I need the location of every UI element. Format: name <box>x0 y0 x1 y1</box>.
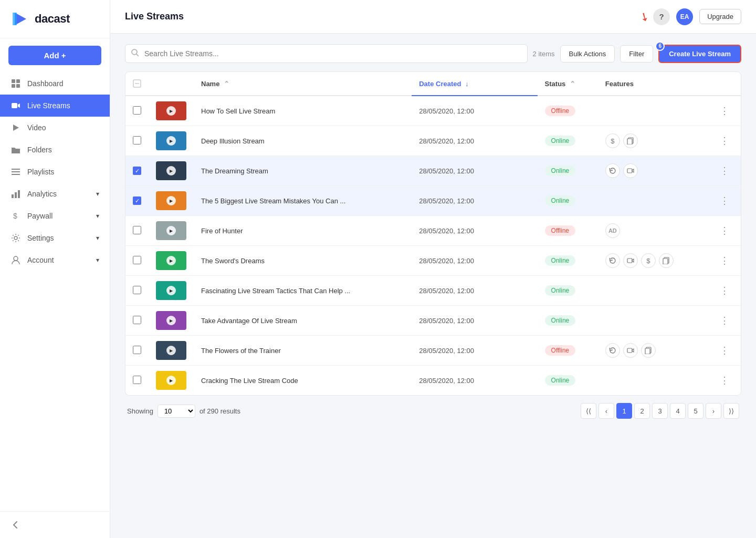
thumbnail-cell: ▶ <box>149 216 194 246</box>
more-options-button[interactable]: ⋮ <box>716 103 733 119</box>
stream-thumbnail: ▶ <box>156 161 186 180</box>
checkbox-cell[interactable] <box>125 306 149 336</box>
more-options-button[interactable]: ⋮ <box>716 313 733 328</box>
table-row: ▶ Fascinating Live Stream Tactics That C… <box>125 276 741 306</box>
search-input[interactable] <box>125 44 528 63</box>
svg-rect-9 <box>12 169 20 170</box>
stream-name[interactable]: The Dreaming Stream <box>194 156 412 186</box>
sidebar-back[interactable] <box>0 511 110 538</box>
stream-name[interactable]: Fascinating Live Stream Tactics That Can… <box>194 276 412 306</box>
filter-button[interactable]: Filter <box>620 45 653 63</box>
page-2-button[interactable]: 2 <box>634 403 650 419</box>
page-1-button[interactable]: 1 <box>616 403 632 419</box>
stream-actions[interactable]: ⋮ <box>708 306 741 336</box>
stream-actions[interactable]: ⋮ <box>708 126 741 156</box>
row-checkbox[interactable] <box>133 226 141 234</box>
stream-name[interactable]: How To Sell Live Stream <box>194 96 412 126</box>
row-checkbox[interactable] <box>133 346 141 354</box>
stream-actions[interactable]: ⋮ <box>708 366 741 396</box>
more-options-button[interactable]: ⋮ <box>716 283 733 298</box>
sidebar-item-dashboard[interactable]: Dashboard <box>0 73 110 95</box>
help-button[interactable]: ? <box>653 8 670 25</box>
checkbox-cell[interactable] <box>125 336 149 366</box>
add-button[interactable]: Add + <box>8 46 101 65</box>
row-checkbox[interactable]: ✓ <box>133 167 141 175</box>
stream-actions[interactable]: ⋮ <box>708 216 741 246</box>
checkbox-cell[interactable] <box>125 96 149 126</box>
per-page-select[interactable]: 10 25 50 100 <box>158 405 195 418</box>
play-icon: ▶ <box>166 376 176 385</box>
avatar-button[interactable]: EA <box>676 8 693 25</box>
row-checkbox[interactable] <box>133 106 141 115</box>
svg-rect-14 <box>18 190 20 198</box>
stream-status: Offline <box>538 216 598 246</box>
thumbnail-cell: ▶ <box>149 306 194 336</box>
row-checkbox[interactable] <box>133 286 141 294</box>
stream-name[interactable]: Take Advantage Of Live Stream <box>194 306 412 336</box>
stream-name[interactable]: The 5 Biggest Live Stream Mistakes You C… <box>194 186 412 216</box>
stream-name[interactable]: Deep Illusion Stream <box>194 126 412 156</box>
sidebar-item-label: Settings <box>27 234 54 242</box>
more-options-button[interactable]: ⋮ <box>716 253 733 268</box>
more-options-button[interactable]: ⋮ <box>716 193 733 209</box>
more-options-button[interactable]: ⋮ <box>716 223 733 239</box>
sidebar-item-account[interactable]: Account ▾ <box>0 249 110 271</box>
page-4-button[interactable]: 4 <box>670 403 686 419</box>
stream-actions[interactable]: ⋮ <box>708 336 741 366</box>
prev-page-button[interactable]: ‹ <box>598 403 614 419</box>
checkbox-cell[interactable]: ✓ <box>125 186 149 216</box>
page-3-button[interactable]: 3 <box>652 403 668 419</box>
stream-name[interactable]: Cracking The Live Stream Code <box>194 366 412 396</box>
select-all-header[interactable] <box>125 72 149 96</box>
sidebar-item-folders[interactable]: Folders <box>0 139 110 161</box>
more-options-button[interactable]: ⋮ <box>716 373 733 388</box>
sidebar-item-video[interactable]: Video <box>0 117 110 139</box>
next-page-button[interactable]: › <box>706 403 721 419</box>
sidebar-item-paywall[interactable]: $ Paywall ▾ <box>0 205 110 227</box>
row-checkbox[interactable]: ✓ <box>133 196 141 205</box>
checkbox-cell[interactable] <box>125 246 149 276</box>
first-page-button[interactable]: ⟨⟨ <box>581 403 596 419</box>
row-checkbox[interactable] <box>133 376 141 384</box>
upgrade-button[interactable]: Upgrade <box>699 9 741 24</box>
sidebar-item-analytics[interactable]: Analytics ▾ <box>0 183 110 205</box>
sidebar-item-playlists[interactable]: Playlists <box>0 161 110 183</box>
row-checkbox[interactable] <box>133 316 141 324</box>
stream-date: 28/05/2020, 12:00 <box>412 156 537 186</box>
create-live-stream-button[interactable]: 6 Create Live Stream <box>658 45 741 63</box>
bulk-actions-button[interactable]: Bulk Actions <box>560 45 615 63</box>
chevron-down-icon: ▾ <box>96 190 99 198</box>
checkbox-cell[interactable] <box>125 126 149 156</box>
stream-actions[interactable]: ⋮ <box>708 96 741 126</box>
chevron-down-icon: ▾ <box>96 234 99 242</box>
stream-actions[interactable]: ⋮ <box>708 186 741 216</box>
checkbox-cell[interactable] <box>125 216 149 246</box>
checkbox-cell[interactable] <box>125 366 149 396</box>
stream-name[interactable]: Fire of Hunter <box>194 216 412 246</box>
table-row: ▶ Deep Illusion Stream 28/05/2020, 12:00… <box>125 126 741 156</box>
page-5-button[interactable]: 5 <box>688 403 704 419</box>
sidebar-item-live-streams[interactable]: Live Streams <box>0 95 110 117</box>
stream-actions[interactable]: ⋮ <box>708 246 741 276</box>
dacast-logo-icon <box>10 9 29 28</box>
more-options-button[interactable]: ⋮ <box>716 163 733 179</box>
row-checkbox[interactable] <box>133 136 141 144</box>
row-checkbox[interactable] <box>133 256 141 264</box>
stream-actions[interactable]: ⋮ <box>708 156 741 186</box>
list-icon <box>10 167 21 177</box>
last-page-button[interactable]: ⟩⟩ <box>723 403 739 419</box>
date-column-header[interactable]: Date Created ↓ <box>412 72 537 96</box>
stream-name[interactable]: The Sword's Dreams <box>194 246 412 276</box>
checkbox-cell[interactable] <box>125 276 149 306</box>
status-column-header[interactable]: Status ⌃ <box>538 72 598 96</box>
more-options-button[interactable]: ⋮ <box>716 343 733 358</box>
stream-thumbnail: ▶ <box>156 341 186 360</box>
name-column-header[interactable]: Name ⌃ <box>194 72 412 96</box>
more-options-button[interactable]: ⋮ <box>716 133 733 149</box>
checkbox-cell[interactable]: ✓ <box>125 156 149 186</box>
stream-actions[interactable]: ⋮ <box>708 276 741 306</box>
sidebar-item-settings[interactable]: Settings ▾ <box>0 227 110 249</box>
showing-info: Showing 10 25 50 100 of 290 results <box>127 405 240 418</box>
stream-name[interactable]: The Flowers of the Trainer <box>194 336 412 366</box>
svg-rect-10 <box>12 171 20 172</box>
